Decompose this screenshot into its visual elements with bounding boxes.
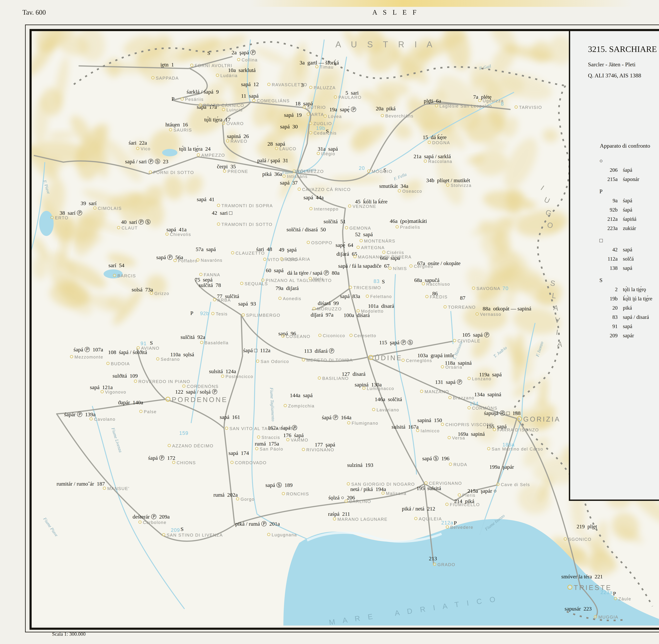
inner-frame [29,29,659,630]
scale-text: Scala 1: 300.000 [52,631,86,637]
atlas-sheet: Tav. 600 A S L E F Carta 424 [0,0,659,644]
